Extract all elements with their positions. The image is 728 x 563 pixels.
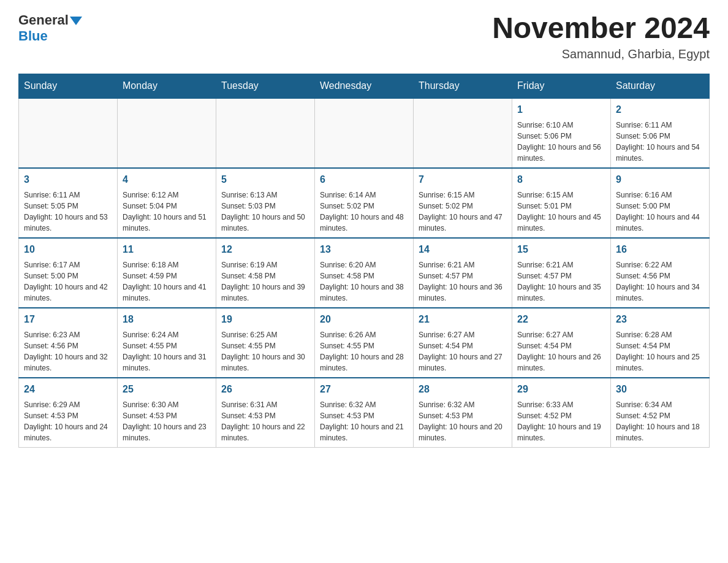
day-number: 26 bbox=[221, 382, 309, 397]
day-info-line: Daylight: 10 hours and 25 minutes. bbox=[616, 351, 704, 373]
day-info-line: Daylight: 10 hours and 22 minutes. bbox=[221, 421, 309, 443]
weekday-header-wednesday: Wednesday bbox=[315, 74, 414, 98]
day-info-line: Sunrise: 6:34 AM bbox=[616, 399, 704, 410]
calendar-cell: 16Sunrise: 6:22 AMSunset: 4:56 PMDayligh… bbox=[611, 238, 710, 308]
day-number: 14 bbox=[419, 242, 507, 257]
day-info-line: Sunset: 4:56 PM bbox=[616, 270, 704, 282]
day-info-line: Sunrise: 6:33 AM bbox=[517, 399, 605, 410]
day-info-line: Sunset: 5:04 PM bbox=[123, 201, 211, 212]
day-number: 13 bbox=[320, 242, 408, 257]
day-info-line: Sunrise: 6:15 AM bbox=[419, 190, 507, 201]
calendar-cell: 6Sunrise: 6:14 AMSunset: 5:02 PMDaylight… bbox=[315, 168, 414, 238]
day-info-line: Daylight: 10 hours and 47 minutes. bbox=[419, 212, 507, 234]
day-info-line: Daylight: 10 hours and 28 minutes. bbox=[320, 351, 408, 373]
day-info-line: Sunset: 4:57 PM bbox=[419, 270, 507, 282]
day-info-line: Daylight: 10 hours and 56 minutes. bbox=[517, 142, 605, 164]
day-number: 19 bbox=[221, 312, 309, 327]
day-info-line: Sunrise: 6:27 AM bbox=[419, 329, 507, 340]
calendar-cell: 24Sunrise: 6:29 AMSunset: 4:53 PMDayligh… bbox=[19, 378, 118, 448]
day-info-line: Sunrise: 6:15 AM bbox=[517, 190, 605, 201]
day-info-line: Daylight: 10 hours and 21 minutes. bbox=[320, 421, 408, 443]
day-number: 29 bbox=[517, 382, 605, 397]
weekday-header-friday: Friday bbox=[512, 74, 611, 98]
month-title: November 2024 bbox=[492, 12, 710, 45]
day-info-line: Sunset: 4:52 PM bbox=[517, 410, 605, 421]
day-info-line: Sunset: 5:00 PM bbox=[616, 201, 704, 212]
calendar-cell: 25Sunrise: 6:30 AMSunset: 4:53 PMDayligh… bbox=[118, 378, 216, 448]
day-info-line: Sunset: 5:01 PM bbox=[517, 201, 605, 212]
day-info-line: Sunset: 4:53 PM bbox=[320, 410, 408, 421]
day-info-line: Daylight: 10 hours and 34 minutes. bbox=[616, 282, 704, 304]
day-info-line: Daylight: 10 hours and 20 minutes. bbox=[419, 421, 507, 443]
day-info-line: Sunrise: 6:32 AM bbox=[419, 399, 507, 410]
day-info-line: Sunset: 5:06 PM bbox=[616, 131, 704, 142]
calendar-cell: 29Sunrise: 6:33 AMSunset: 4:52 PMDayligh… bbox=[512, 378, 611, 448]
calendar-cell: 9Sunrise: 6:16 AMSunset: 5:00 PMDaylight… bbox=[611, 168, 710, 238]
calendar-week-row: 1Sunrise: 6:10 AMSunset: 5:06 PMDaylight… bbox=[19, 98, 710, 168]
day-info-line: Daylight: 10 hours and 42 minutes. bbox=[24, 282, 112, 304]
day-number: 17 bbox=[24, 312, 112, 327]
day-info-line: Sunset: 4:55 PM bbox=[123, 340, 211, 351]
weekday-header-monday: Monday bbox=[118, 74, 216, 98]
calendar-week-row: 10Sunrise: 6:17 AMSunset: 5:00 PMDayligh… bbox=[19, 238, 710, 308]
day-info-line: Daylight: 10 hours and 48 minutes. bbox=[320, 212, 408, 234]
day-info-line: Sunrise: 6:21 AM bbox=[419, 259, 507, 270]
day-info-line: Sunset: 4:55 PM bbox=[320, 340, 408, 351]
calendar-cell: 7Sunrise: 6:15 AMSunset: 5:02 PMDaylight… bbox=[414, 168, 512, 238]
day-info-line: Sunrise: 6:31 AM bbox=[221, 399, 309, 410]
calendar-cell: 26Sunrise: 6:31 AMSunset: 4:53 PMDayligh… bbox=[216, 378, 315, 448]
day-info-line: Daylight: 10 hours and 41 minutes. bbox=[123, 282, 211, 304]
day-info-line: Daylight: 10 hours and 53 minutes. bbox=[24, 212, 112, 234]
weekday-header-row: SundayMondayTuesdayWednesdayThursdayFrid… bbox=[19, 74, 710, 98]
day-info-line: Sunset: 4:56 PM bbox=[24, 340, 112, 351]
day-number: 25 bbox=[123, 382, 211, 397]
day-info-line: Daylight: 10 hours and 44 minutes. bbox=[616, 212, 704, 234]
day-info-line: Daylight: 10 hours and 36 minutes. bbox=[419, 282, 507, 304]
day-info-line: Sunrise: 6:29 AM bbox=[24, 399, 112, 410]
day-info-line: Daylight: 10 hours and 18 minutes. bbox=[616, 421, 704, 443]
day-info-line: Sunset: 5:06 PM bbox=[517, 131, 605, 142]
logo-general-text: General bbox=[18, 12, 82, 28]
location: Samannud, Gharbia, Egypt bbox=[492, 47, 710, 61]
day-info-line: Sunrise: 6:11 AM bbox=[616, 120, 704, 131]
header-right: November 2024 Samannud, Gharbia, Egypt bbox=[492, 12, 710, 61]
logo-triangle-icon bbox=[70, 17, 82, 25]
calendar-cell: 22Sunrise: 6:27 AMSunset: 4:54 PMDayligh… bbox=[512, 308, 611, 378]
calendar-cell: 23Sunrise: 6:28 AMSunset: 4:54 PMDayligh… bbox=[611, 308, 710, 378]
day-number: 18 bbox=[123, 312, 211, 327]
day-info-line: Sunrise: 6:12 AM bbox=[123, 190, 211, 201]
day-info-line: Sunset: 5:05 PM bbox=[24, 201, 112, 212]
day-info-line: Daylight: 10 hours and 26 minutes. bbox=[517, 351, 605, 373]
calendar-cell bbox=[19, 98, 118, 168]
day-info-line: Daylight: 10 hours and 50 minutes. bbox=[221, 212, 309, 234]
calendar-cell: 21Sunrise: 6:27 AMSunset: 4:54 PMDayligh… bbox=[414, 308, 512, 378]
day-info-line: Sunset: 4:57 PM bbox=[517, 270, 605, 282]
day-info-line: Sunrise: 6:22 AM bbox=[616, 259, 704, 270]
calendar-week-row: 3Sunrise: 6:11 AMSunset: 5:05 PMDaylight… bbox=[19, 168, 710, 238]
day-info-line: Daylight: 10 hours and 38 minutes. bbox=[320, 282, 408, 304]
day-info-line: Daylight: 10 hours and 35 minutes. bbox=[517, 282, 605, 304]
day-info-line: Sunset: 4:54 PM bbox=[517, 340, 605, 351]
day-info-line: Daylight: 10 hours and 19 minutes. bbox=[517, 421, 605, 443]
day-number: 4 bbox=[123, 172, 211, 187]
day-info-line: Daylight: 10 hours and 30 minutes. bbox=[221, 351, 309, 373]
day-number: 22 bbox=[517, 312, 605, 327]
day-info-line: Sunrise: 6:21 AM bbox=[517, 259, 605, 270]
calendar-cell: 13Sunrise: 6:20 AMSunset: 4:58 PMDayligh… bbox=[315, 238, 414, 308]
day-info-line: Sunset: 5:02 PM bbox=[320, 201, 408, 212]
day-info-line: Sunrise: 6:17 AM bbox=[24, 259, 112, 270]
calendar-cell: 2Sunrise: 6:11 AMSunset: 5:06 PMDaylight… bbox=[611, 98, 710, 168]
calendar-week-row: 24Sunrise: 6:29 AMSunset: 4:53 PMDayligh… bbox=[19, 378, 710, 448]
day-number: 2 bbox=[616, 102, 704, 117]
day-info-line: Sunset: 4:54 PM bbox=[419, 340, 507, 351]
day-number: 11 bbox=[123, 242, 211, 257]
day-info-line: Daylight: 10 hours and 51 minutes. bbox=[123, 212, 211, 234]
calendar-cell bbox=[118, 98, 216, 168]
calendar-cell: 27Sunrise: 6:32 AMSunset: 4:53 PMDayligh… bbox=[315, 378, 414, 448]
calendar-header: SundayMondayTuesdayWednesdayThursdayFrid… bbox=[19, 74, 710, 98]
day-number: 27 bbox=[320, 382, 408, 397]
calendar-cell: 14Sunrise: 6:21 AMSunset: 4:57 PMDayligh… bbox=[414, 238, 512, 308]
logo: General Blue bbox=[18, 12, 82, 44]
calendar-table: SundayMondayTuesdayWednesdayThursdayFrid… bbox=[18, 74, 710, 448]
day-info-line: Sunset: 4:53 PM bbox=[123, 410, 211, 421]
